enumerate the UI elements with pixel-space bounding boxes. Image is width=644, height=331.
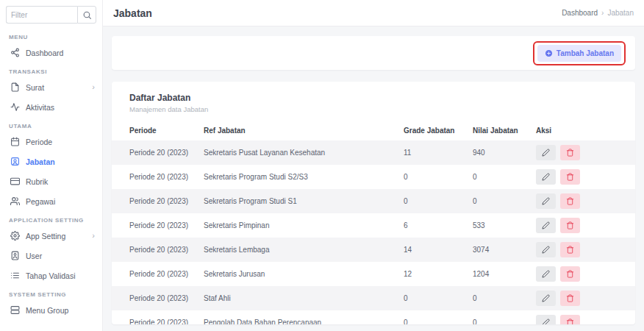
cell-grade-jabatan: 11 [396,140,465,165]
annotation-highlight: Tambah Jabatan [533,41,626,65]
filter-input[interactable] [6,6,77,24]
table-row: Periode 20 (2023) Sekretaris Program Stu… [112,165,635,189]
sidebar-item-pegawai[interactable]: Pegawai [0,191,102,211]
pencil-icon [542,270,550,278]
table-row: Periode 20 (2023) Sekretaris Lembaga 14 … [112,238,635,262]
cell-nilai-jabatan: 0 [465,286,529,310]
add-jabatan-button[interactable]: Tambah Jabatan [537,45,621,62]
edit-button[interactable] [536,242,556,257]
activity-icon [10,102,20,113]
delete-button[interactable] [560,145,580,160]
sidebar-item-tahap-validasi[interactable]: Tahap Validasi [0,266,102,285]
cell-grade-jabatan: 0 [396,189,465,213]
cell-grade-jabatan: 0 [396,310,465,324]
sidebar-item-surat[interactable]: Surat › [0,77,102,97]
pencil-icon [542,246,550,254]
sidebar-item-label: Surat [26,83,44,92]
pencil-icon [542,294,550,302]
chevron-right-icon: › [92,232,95,240]
delete-button[interactable] [560,169,580,185]
pencil-icon [542,221,550,229]
cell-nilai-jabatan: 0 [465,310,529,324]
edit-button[interactable] [536,291,556,306]
sidebar-item-label: Rubrik [26,177,48,186]
cell-aksi [529,262,635,286]
cell-ref-jabatan: Sekretaris Lembaga [196,238,396,262]
cell-ref-jabatan: Sekretaris Pimpinan [196,213,396,238]
user-badge-icon [10,157,20,167]
col-header-ref-jabatan: Ref Jabatan [196,121,396,140]
breadcrumb-dashboard[interactable]: Dashboard [562,9,598,17]
trash-icon [566,270,574,278]
delete-button[interactable] [560,218,580,233]
sidebar-item-user[interactable]: User [0,246,102,266]
col-header-nilai-jabatan: Nilai Jabatan [465,121,529,140]
cell-aksi [529,165,635,189]
sidebar-item-periode[interactable]: Periode [0,132,102,152]
breadcrumb-current: Jabatan [607,9,634,17]
cell-ref-jabatan: Sekretaris Program Studi S2/S3 [196,165,396,189]
delete-button[interactable] [560,193,580,209]
toolbar-card: Tambah Jabatan [112,36,635,70]
card-subtitle: Manajemen data Jabatan [129,105,618,113]
delete-button[interactable] [560,266,580,282]
cell-aksi [529,140,635,165]
trash-icon [566,221,574,229]
sidebar-item-label: Dashboard [26,49,63,57]
trash-icon [566,246,574,254]
sidebar-item-label: Aktivitas [26,103,54,112]
cell-periode: Periode 20 (2023) [112,262,196,286]
calendar-icon [10,137,20,147]
edit-button[interactable] [536,193,556,209]
delete-button[interactable] [560,315,580,324]
sidebar-section-menu: MENU [0,28,102,43]
cell-periode: Periode 20 (2023) [112,140,196,165]
gear-icon [10,231,20,241]
trash-icon [566,173,574,181]
sidebar-item-label: Jabatan [26,157,55,166]
table-row: Periode 20 (2023) Pengolah Data Bahan Pe… [112,310,635,324]
table-row: Periode 20 (2023) Sekretaris Program Stu… [112,189,635,213]
trash-icon [566,149,574,157]
sidebar-filter [0,0,102,28]
cell-aksi [529,189,635,213]
jabatan-list-card: Daftar Jabatan Manajemen data Jabatan Pe… [112,82,635,324]
sidebar-section-utama: UTAMA [0,117,102,132]
edit-button[interactable] [536,145,556,160]
sidebar-item-app-setting[interactable]: App Setting › [0,226,102,246]
search-icon [82,10,92,20]
edit-button[interactable] [536,169,556,185]
add-jabatan-label: Tambah Jabatan [557,49,614,57]
jabatan-table: Periode Ref Jabatan Grade Jabatan Nilai … [112,121,635,324]
cell-aksi [529,238,635,262]
card-title: Daftar Jabatan [129,93,618,103]
col-header-grade-jabatan: Grade Jabatan [396,121,465,140]
sidebar-item-rubrik[interactable]: Rubrik [0,171,102,191]
user-icon [10,251,20,261]
edit-button[interactable] [536,315,556,324]
sidebar-item-label: User [26,252,42,260]
cell-nilai-jabatan: 940 [465,140,529,165]
filter-search-button[interactable] [77,6,96,24]
sidebar-section-system-setting: SYSTEM SETTING [0,285,102,300]
table-row: Periode 20 (2023) Sekretaris Pusat Layan… [112,140,635,165]
edit-button[interactable] [536,218,556,233]
card-icon [10,177,20,187]
jabatan-table-body: Periode 20 (2023) Sekretaris Pusat Layan… [112,140,635,324]
edit-button[interactable] [536,266,556,282]
table-row: Periode 20 (2023) Sekretaris Pimpinan 6 … [112,213,635,238]
sidebar-item-menu-group[interactable]: Menu Group [0,300,102,320]
pencil-icon [542,173,550,181]
cell-ref-jabatan: Staf Ahli [196,286,396,310]
cell-aksi [529,286,635,310]
delete-button[interactable] [560,242,580,257]
cell-periode: Periode 20 (2023) [112,286,196,310]
delete-button[interactable] [560,291,580,306]
sidebar-item-jabatan[interactable]: Jabatan [0,152,102,171]
plus-circle-icon [545,49,553,57]
col-header-aksi: Aksi [529,121,635,140]
sidebar-item-label: App Setting [26,232,65,241]
sidebar-item-dashboard[interactable]: Dashboard [0,43,102,63]
cell-grade-jabatan: 12 [396,262,465,286]
sidebar-item-aktivitas[interactable]: Aktivitas [0,97,102,117]
